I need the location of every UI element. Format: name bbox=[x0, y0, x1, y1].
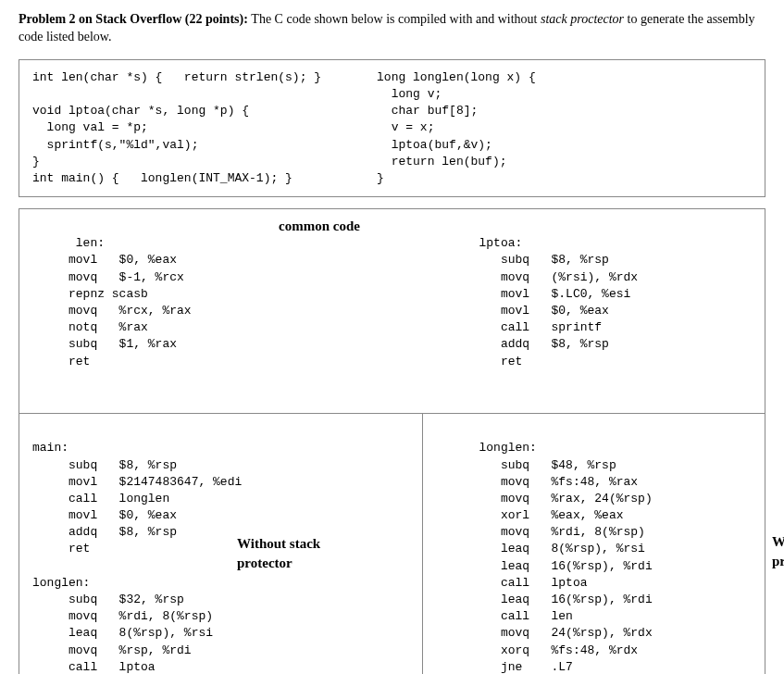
asm-main: main: subq $8, %rsp movl $2147483647, %e… bbox=[32, 441, 242, 555]
asm-box: len: movl $0, %eax movq $-1, %rcx repnz … bbox=[19, 208, 765, 674]
c-code-right: long longlen(long x) { long v; char buf[… bbox=[377, 69, 536, 187]
title-before: The C code shown below is compiled with … bbox=[251, 12, 541, 26]
asm-longlen-with: longlen: subq $48, %rsp movq %fs:48, %ra… bbox=[436, 441, 667, 674]
label-common: common code bbox=[279, 217, 360, 236]
asm-longlen-without: longlen: subq $32, %rsp movq %rdi, 8(%rs… bbox=[32, 576, 213, 674]
asm-lptoa: lptoa: subq $8, %rsp movq (%rsi), %rdx m… bbox=[436, 236, 638, 368]
asm-len: len: movl $0, %eax movq $-1, %rcx repnz … bbox=[32, 236, 192, 368]
title-bold: Problem 2 on Stack Overflow (22 points): bbox=[19, 12, 251, 26]
asm-right-lower: longlen: subq $48, %rsp movq %fs:48, %ra… bbox=[422, 414, 765, 674]
label-without: Without stack protector bbox=[237, 534, 357, 573]
c-code-box: int len(char *s) { return strlen(s); } v… bbox=[19, 59, 765, 197]
problem-header: Problem 2 on Stack Overflow (22 points):… bbox=[19, 11, 765, 46]
asm-left-lower: main: subq $8, %rsp movl $2147483647, %e… bbox=[19, 414, 422, 674]
c-code-left: int len(char *s) { return strlen(s); } v… bbox=[32, 69, 321, 187]
title-italic: stack proctector bbox=[541, 12, 624, 26]
asm-lptoa-cell: lptoa: subq $8, %rsp movq (%rsi), %rdx m… bbox=[422, 209, 765, 413]
label-with: With stack protector bbox=[772, 532, 784, 571]
asm-len-cell: len: movl $0, %eax movq $-1, %rcx repnz … bbox=[19, 209, 422, 413]
